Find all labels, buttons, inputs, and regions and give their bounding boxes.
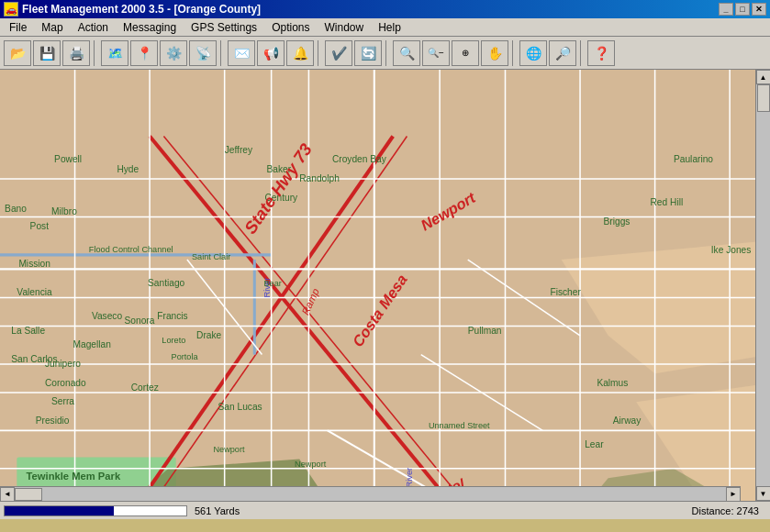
horizontal-scrollbar[interactable]: ◄ ►: [0, 486, 741, 501]
zoom-fit-button[interactable]: ⊕: [452, 40, 479, 66]
progress-fill: [5, 506, 114, 515]
vertical-scrollbar[interactable]: ▲ ▼: [755, 70, 770, 501]
svg-text:Francis: Francis: [157, 311, 187, 321]
svg-text:Mission: Mission: [18, 259, 50, 269]
svg-text:Post: Post: [30, 221, 50, 231]
scroll-left-button[interactable]: ◄: [0, 487, 15, 502]
globe-button[interactable]: 🌐: [519, 40, 547, 66]
gps-button[interactable]: 📡: [189, 40, 217, 66]
svg-text:Serra: Serra: [51, 396, 74, 406]
svg-text:Randolph: Randolph: [299, 173, 340, 183]
separator-5: [512, 40, 516, 66]
svg-text:Magellan: Magellan: [73, 339, 112, 349]
svg-text:Bano: Bano: [5, 204, 27, 214]
svg-text:River: River: [405, 468, 414, 488]
alert-button[interactable]: 🔔: [286, 40, 314, 66]
svg-text:Powell: Powell: [54, 154, 82, 164]
map-container[interactable]: Powell Hyde Jeffrey Baker Randolph Croyd…: [0, 70, 770, 501]
separator-6: [580, 40, 584, 66]
svg-text:Newport: Newport: [213, 445, 245, 454]
message-button[interactable]: ✉️: [228, 40, 255, 66]
svg-text:Briggs: Briggs: [604, 216, 631, 227]
menu-action[interactable]: Action: [71, 18, 116, 36]
svg-text:Pullman: Pullman: [468, 326, 502, 336]
zoom-out-button[interactable]: 🔍−: [422, 40, 450, 66]
svg-text:Loreto: Loreto: [162, 336, 185, 345]
help-button[interactable]: ❓: [587, 40, 615, 66]
toolbar: 📂 💾 🖨️ 🗺️ 📍 ⚙️ 📡 ✉️ 📢 🔔 ✔️ 🔄 🔍 🔍− ⊕ ✋ 🌐 …: [0, 37, 770, 70]
svg-text:Kalmus: Kalmus: [597, 378, 628, 388]
svg-text:Milbro: Milbro: [51, 206, 77, 216]
svg-text:Sonora: Sonora: [125, 316, 155, 326]
search-button[interactable]: 🔎: [549, 40, 576, 66]
broadcast-button[interactable]: 📢: [257, 40, 285, 66]
svg-text:Presidio: Presidio: [36, 416, 70, 426]
svg-text:Unnamed Street: Unnamed Street: [429, 421, 490, 430]
menu-file[interactable]: File: [2, 18, 34, 36]
refresh-button[interactable]: 🔄: [354, 40, 382, 66]
save-button[interactable]: 💾: [33, 40, 61, 66]
svg-text:La Salle: La Salle: [11, 326, 45, 336]
svg-text:Bear: Bear: [263, 279, 281, 288]
svg-text:San Carlos: San Carlos: [11, 354, 57, 364]
svg-text:Croyden Bay: Croyden Bay: [332, 154, 387, 164]
separator-4: [385, 40, 389, 66]
separator-3: [318, 40, 321, 66]
menu-window[interactable]: Window: [317, 18, 371, 36]
restore-button[interactable]: □: [735, 3, 750, 16]
svg-text:Airway: Airway: [613, 416, 642, 426]
svg-text:Cortez: Cortez: [131, 382, 159, 393]
svg-text:Santiago: Santiago: [148, 278, 185, 288]
scroll-up-button[interactable]: ▲: [756, 70, 771, 84]
title-bar: 🚗 Fleet Management 2000 3.5 - [Orange Co…: [0, 0, 770, 18]
title-bar-buttons[interactable]: _ □ ✕: [719, 3, 766, 16]
close-button[interactable]: ✕: [752, 3, 766, 16]
scroll-right-button[interactable]: ►: [726, 487, 741, 502]
menu-bar: File Map Action Messaging GPS Settings O…: [0, 18, 770, 37]
separator-1: [94, 40, 97, 66]
svg-text:Lear: Lear: [585, 439, 604, 449]
check-button[interactable]: ✔️: [325, 40, 352, 66]
minimize-button[interactable]: _: [719, 3, 733, 16]
scroll-thumb-vertical[interactable]: [757, 84, 770, 112]
scroll-down-button[interactable]: ▼: [756, 486, 771, 501]
scale-text: 561 Yards: [195, 505, 240, 516]
open-button[interactable]: 📂: [4, 40, 31, 66]
svg-text:Red Hill: Red Hill: [651, 197, 684, 207]
progress-bar: [4, 505, 187, 516]
svg-text:Hyde: Hyde: [117, 164, 139, 174]
scroll-track-vertical: [756, 84, 771, 486]
svg-text:San Lucas: San Lucas: [218, 402, 262, 412]
pin-button[interactable]: 📍: [130, 40, 158, 66]
map-svg: Powell Hyde Jeffrey Baker Randolph Croyd…: [0, 70, 770, 501]
svg-text:Saint Clair: Saint Clair: [192, 252, 230, 261]
status-bar: 561 Yards Distance: 2743: [0, 501, 770, 519]
settings-button[interactable]: ⚙️: [160, 40, 187, 66]
svg-text:Flood Control Channel: Flood Control Channel: [89, 245, 173, 254]
svg-text:Vaseco: Vaseco: [92, 311, 123, 321]
distance-text: Distance: 2743: [692, 505, 766, 516]
menu-map[interactable]: Map: [34, 18, 70, 36]
zoom-in-button[interactable]: 🔍: [393, 40, 420, 66]
separator-2: [220, 40, 224, 66]
app-icon: 🚗: [4, 2, 18, 17]
menu-options[interactable]: Options: [264, 18, 317, 36]
svg-text:Newport: Newport: [295, 460, 327, 469]
menu-gps-settings[interactable]: GPS Settings: [184, 18, 264, 36]
svg-text:Drake: Drake: [196, 330, 221, 340]
map-button[interactable]: 🗺️: [101, 40, 128, 66]
print-button[interactable]: 🖨️: [62, 40, 90, 66]
menu-help[interactable]: Help: [371, 18, 408, 36]
svg-text:Valencia: Valencia: [17, 287, 52, 297]
svg-text:Tewinkle Mem Park: Tewinkle Mem Park: [27, 471, 121, 482]
svg-text:Jeffrey: Jeffrey: [225, 145, 253, 155]
menu-messaging[interactable]: Messaging: [116, 18, 184, 36]
pan-button[interactable]: ✋: [481, 40, 508, 66]
scroll-thumb-horizontal[interactable]: [15, 488, 42, 501]
svg-text:Portola: Portola: [172, 352, 199, 361]
svg-text:Ike Jones: Ike Jones: [711, 245, 752, 255]
svg-text:Coronado: Coronado: [45, 378, 86, 388]
svg-text:Paularino: Paularino: [674, 154, 713, 164]
scroll-track-horizontal: [15, 487, 726, 502]
title-text: Fleet Management 2000 3.5 - [Orange Coun…: [22, 3, 261, 16]
